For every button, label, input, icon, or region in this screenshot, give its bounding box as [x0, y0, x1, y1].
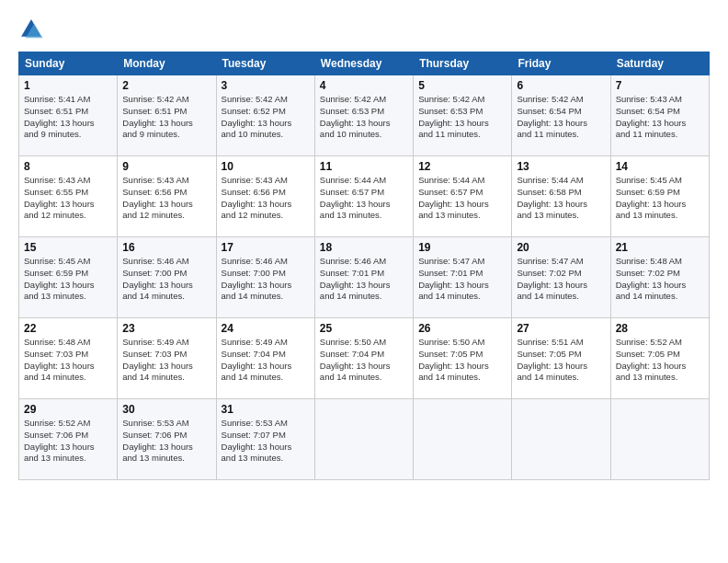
day-number: 4 — [320, 79, 408, 92]
calendar-day-cell: 3 Sunrise: 5:42 AM Sunset: 6:52 PM Dayli… — [216, 75, 314, 156]
day-number: 2 — [122, 79, 210, 92]
day-detail: Sunrise: 5:49 AM Sunset: 7:03 PM Dayligh… — [122, 337, 210, 384]
day-number: 12 — [418, 160, 506, 173]
calendar-day-cell: 26 Sunrise: 5:50 AM Sunset: 7:05 PM Dayl… — [414, 318, 512, 399]
calendar-day-cell: 6 Sunrise: 5:42 AM Sunset: 6:54 PM Dayli… — [512, 75, 610, 156]
day-number: 26 — [418, 322, 506, 335]
calendar-day-cell — [610, 399, 709, 480]
day-detail: Sunrise: 5:43 AM Sunset: 6:55 PM Dayligh… — [24, 175, 112, 222]
day-number: 22 — [24, 322, 112, 335]
day-detail: Sunrise: 5:42 AM Sunset: 6:53 PM Dayligh… — [418, 94, 506, 141]
day-number: 21 — [616, 241, 704, 254]
calendar-day-cell: 17 Sunrise: 5:46 AM Sunset: 7:00 PM Dayl… — [216, 237, 314, 318]
calendar-day-cell: 15 Sunrise: 5:45 AM Sunset: 6:59 PM Dayl… — [19, 237, 118, 318]
calendar-day-cell: 12 Sunrise: 5:44 AM Sunset: 6:57 PM Dayl… — [414, 156, 512, 237]
day-detail: Sunrise: 5:42 AM Sunset: 6:52 PM Dayligh… — [222, 94, 310, 141]
calendar-day-cell: 21 Sunrise: 5:48 AM Sunset: 7:02 PM Dayl… — [610, 237, 709, 318]
calendar-day-cell: 28 Sunrise: 5:52 AM Sunset: 7:05 PM Dayl… — [610, 318, 709, 399]
day-number: 14 — [616, 160, 704, 173]
day-detail: Sunrise: 5:46 AM Sunset: 7:00 PM Dayligh… — [122, 256, 210, 303]
calendar-day-cell: 10 Sunrise: 5:43 AM Sunset: 6:56 PM Dayl… — [216, 156, 314, 237]
day-number: 20 — [517, 241, 605, 254]
calendar-day-cell — [314, 399, 413, 480]
calendar-day-cell: 30 Sunrise: 5:53 AM Sunset: 7:06 PM Dayl… — [118, 399, 216, 480]
day-detail: Sunrise: 5:52 AM Sunset: 7:06 PM Dayligh… — [24, 418, 112, 465]
calendar-day-cell: 4 Sunrise: 5:42 AM Sunset: 6:53 PM Dayli… — [314, 75, 413, 156]
calendar-day-cell — [512, 399, 610, 480]
day-detail: Sunrise: 5:53 AM Sunset: 7:07 PM Dayligh… — [222, 418, 310, 465]
logo-icon — [18, 17, 44, 42]
day-number: 6 — [517, 79, 605, 92]
day-detail: Sunrise: 5:45 AM Sunset: 6:59 PM Dayligh… — [616, 175, 704, 222]
calendar-week-row: 8 Sunrise: 5:43 AM Sunset: 6:55 PM Dayli… — [19, 156, 710, 237]
day-number: 15 — [24, 241, 112, 254]
day-number: 3 — [222, 79, 310, 92]
calendar-day-cell: 16 Sunrise: 5:46 AM Sunset: 7:00 PM Dayl… — [118, 237, 216, 318]
calendar-day-cell: 5 Sunrise: 5:42 AM Sunset: 6:53 PM Dayli… — [414, 75, 512, 156]
day-number: 27 — [517, 322, 605, 335]
calendar-week-row: 15 Sunrise: 5:45 AM Sunset: 6:59 PM Dayl… — [19, 237, 710, 318]
day-number: 17 — [222, 241, 310, 254]
calendar-day-cell: 1 Sunrise: 5:41 AM Sunset: 6:51 PM Dayli… — [19, 75, 118, 156]
calendar-week-row: 22 Sunrise: 5:48 AM Sunset: 7:03 PM Dayl… — [19, 318, 710, 399]
calendar-day-cell: 8 Sunrise: 5:43 AM Sunset: 6:55 PM Dayli… — [19, 156, 118, 237]
day-number: 24 — [222, 322, 310, 335]
logo — [18, 17, 48, 42]
weekday-header-cell: Friday — [512, 52, 610, 75]
calendar-day-cell: 7 Sunrise: 5:43 AM Sunset: 6:54 PM Dayli… — [610, 75, 709, 156]
day-detail: Sunrise: 5:47 AM Sunset: 7:01 PM Dayligh… — [418, 256, 506, 303]
day-detail: Sunrise: 5:50 AM Sunset: 7:05 PM Dayligh… — [418, 337, 506, 384]
calendar-body: 1 Sunrise: 5:41 AM Sunset: 6:51 PM Dayli… — [19, 75, 710, 480]
day-detail: Sunrise: 5:42 AM Sunset: 6:51 PM Dayligh… — [122, 94, 210, 141]
day-detail: Sunrise: 5:46 AM Sunset: 7:01 PM Dayligh… — [320, 256, 408, 303]
day-number: 1 — [24, 79, 112, 92]
day-detail: Sunrise: 5:44 AM Sunset: 6:57 PM Dayligh… — [320, 175, 408, 222]
day-number: 28 — [616, 322, 704, 335]
day-detail: Sunrise: 5:47 AM Sunset: 7:02 PM Dayligh… — [517, 256, 605, 303]
day-number: 9 — [122, 160, 210, 173]
day-detail: Sunrise: 5:45 AM Sunset: 6:59 PM Dayligh… — [24, 256, 112, 303]
day-number: 13 — [517, 160, 605, 173]
calendar-day-cell: 14 Sunrise: 5:45 AM Sunset: 6:59 PM Dayl… — [610, 156, 709, 237]
day-number: 30 — [122, 403, 210, 416]
day-detail: Sunrise: 5:50 AM Sunset: 7:04 PM Dayligh… — [320, 337, 408, 384]
day-number: 11 — [320, 160, 408, 173]
calendar-day-cell — [414, 399, 512, 480]
calendar-day-cell: 18 Sunrise: 5:46 AM Sunset: 7:01 PM Dayl… — [314, 237, 413, 318]
day-detail: Sunrise: 5:48 AM Sunset: 7:03 PM Dayligh… — [24, 337, 112, 384]
calendar-day-cell: 2 Sunrise: 5:42 AM Sunset: 6:51 PM Dayli… — [118, 75, 216, 156]
weekday-header-cell: Saturday — [610, 52, 709, 75]
calendar-day-cell: 22 Sunrise: 5:48 AM Sunset: 7:03 PM Dayl… — [19, 318, 118, 399]
calendar-day-cell: 31 Sunrise: 5:53 AM Sunset: 7:07 PM Dayl… — [216, 399, 314, 480]
calendar-day-cell: 27 Sunrise: 5:51 AM Sunset: 7:05 PM Dayl… — [512, 318, 610, 399]
calendar-day-cell: 13 Sunrise: 5:44 AM Sunset: 6:58 PM Dayl… — [512, 156, 610, 237]
day-detail: Sunrise: 5:42 AM Sunset: 6:54 PM Dayligh… — [517, 94, 605, 141]
calendar-week-row: 29 Sunrise: 5:52 AM Sunset: 7:06 PM Dayl… — [19, 399, 710, 480]
day-number: 10 — [222, 160, 310, 173]
day-number: 16 — [122, 241, 210, 254]
day-detail: Sunrise: 5:41 AM Sunset: 6:51 PM Dayligh… — [24, 94, 112, 141]
header — [18, 17, 710, 42]
day-number: 7 — [616, 79, 704, 92]
calendar-week-row: 1 Sunrise: 5:41 AM Sunset: 6:51 PM Dayli… — [19, 75, 710, 156]
weekday-header-cell: Wednesday — [314, 52, 413, 75]
day-detail: Sunrise: 5:53 AM Sunset: 7:06 PM Dayligh… — [122, 418, 210, 465]
day-detail: Sunrise: 5:51 AM Sunset: 7:05 PM Dayligh… — [517, 337, 605, 384]
day-number: 5 — [418, 79, 506, 92]
day-detail: Sunrise: 5:44 AM Sunset: 6:57 PM Dayligh… — [418, 175, 506, 222]
day-number: 18 — [320, 241, 408, 254]
day-number: 31 — [222, 403, 310, 416]
day-number: 23 — [122, 322, 210, 335]
calendar-day-cell: 19 Sunrise: 5:47 AM Sunset: 7:01 PM Dayl… — [414, 237, 512, 318]
day-detail: Sunrise: 5:42 AM Sunset: 6:53 PM Dayligh… — [320, 94, 408, 141]
day-detail: Sunrise: 5:46 AM Sunset: 7:00 PM Dayligh… — [222, 256, 310, 303]
day-number: 8 — [24, 160, 112, 173]
day-detail: Sunrise: 5:49 AM Sunset: 7:04 PM Dayligh… — [222, 337, 310, 384]
calendar-day-cell: 23 Sunrise: 5:49 AM Sunset: 7:03 PM Dayl… — [118, 318, 216, 399]
day-detail: Sunrise: 5:43 AM Sunset: 6:54 PM Dayligh… — [616, 94, 704, 141]
weekday-header-row: SundayMondayTuesdayWednesdayThursdayFrid… — [19, 52, 710, 75]
calendar-day-cell: 20 Sunrise: 5:47 AM Sunset: 7:02 PM Dayl… — [512, 237, 610, 318]
day-number: 29 — [24, 403, 112, 416]
calendar: SundayMondayTuesdayWednesdayThursdayFrid… — [18, 52, 710, 480]
calendar-day-cell: 24 Sunrise: 5:49 AM Sunset: 7:04 PM Dayl… — [216, 318, 314, 399]
